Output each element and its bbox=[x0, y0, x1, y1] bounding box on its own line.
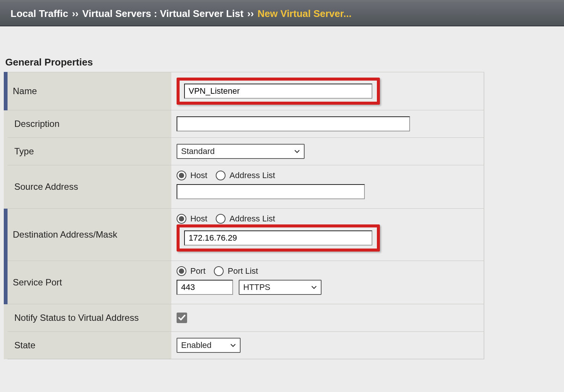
label-type: Type bbox=[6, 138, 171, 165]
breadcrumb: Local Traffic ›› Virtual Servers : Virtu… bbox=[0, 0, 564, 26]
check-icon bbox=[178, 314, 186, 322]
service-port-radio-label: Port bbox=[190, 266, 205, 276]
service-port-protocol-value: HTTPS bbox=[243, 282, 270, 292]
service-port-protocol-select[interactable]: HTTPS bbox=[239, 280, 322, 295]
breadcrumb-virtual-servers[interactable]: Virtual Servers : Virtual Server List bbox=[82, 8, 243, 20]
row-destination-address: Destination Address/Mask Host Address Li… bbox=[6, 209, 484, 261]
general-properties-table: Name Description Type Standard bbox=[4, 72, 484, 359]
breadcrumb-separator: ›› bbox=[72, 8, 78, 20]
chevron-down-icon bbox=[311, 284, 317, 290]
label-destination-address: Destination Address/Mask bbox=[6, 209, 171, 261]
row-notify-status: Notify Status to Virtual Address bbox=[6, 304, 484, 332]
chevron-down-icon bbox=[294, 148, 300, 154]
section-title-general-properties: General Properties bbox=[5, 56, 560, 68]
state-select[interactable]: Enabled bbox=[177, 338, 241, 353]
dest-addrlist-radio-label: Address List bbox=[230, 214, 275, 223]
row-type: Type Standard bbox=[6, 138, 484, 165]
description-input[interactable] bbox=[177, 116, 410, 131]
source-addrlist-radio-label: Address List bbox=[230, 171, 275, 180]
name-input[interactable] bbox=[184, 84, 372, 99]
breadcrumb-current: New Virtual Server... bbox=[258, 8, 352, 20]
label-source-address: Source Address bbox=[6, 165, 171, 209]
service-port-radio[interactable] bbox=[177, 266, 186, 276]
destination-address-input[interactable] bbox=[184, 230, 372, 246]
service-portlist-radio-label: Port List bbox=[228, 266, 258, 276]
type-select[interactable]: Standard bbox=[177, 144, 305, 159]
breadcrumb-separator: ›› bbox=[247, 8, 254, 20]
label-service-port: Service Port bbox=[6, 261, 171, 304]
source-host-radio-label: Host bbox=[190, 171, 207, 180]
label-name: Name bbox=[6, 72, 171, 110]
row-state: State Enabled bbox=[6, 332, 484, 359]
service-port-input[interactable] bbox=[177, 280, 233, 295]
chevron-down-icon bbox=[230, 342, 236, 348]
row-source-address: Source Address Host Address List bbox=[6, 165, 484, 209]
row-description: Description bbox=[6, 110, 484, 138]
state-select-value: Enabled bbox=[181, 340, 212, 350]
highlight-name bbox=[177, 78, 380, 105]
label-state: State bbox=[6, 332, 171, 359]
row-service-port: Service Port Port Port List HTTPS bbox=[6, 261, 484, 304]
type-select-value: Standard bbox=[181, 146, 215, 156]
breadcrumb-local-traffic[interactable]: Local Traffic bbox=[11, 8, 68, 20]
label-description: Description bbox=[6, 110, 171, 138]
row-name: Name bbox=[6, 72, 484, 110]
dest-host-radio-label: Host bbox=[190, 214, 207, 223]
highlight-destination bbox=[177, 224, 380, 252]
source-address-input[interactable] bbox=[177, 184, 365, 199]
service-portlist-radio[interactable] bbox=[214, 266, 224, 276]
notify-status-checkbox[interactable] bbox=[177, 313, 187, 323]
source-addrlist-radio[interactable] bbox=[216, 171, 226, 180]
source-host-radio[interactable] bbox=[177, 171, 186, 180]
label-notify-status: Notify Status to Virtual Address bbox=[6, 304, 171, 332]
dest-host-radio[interactable] bbox=[177, 214, 186, 224]
dest-addrlist-radio[interactable] bbox=[216, 214, 226, 224]
